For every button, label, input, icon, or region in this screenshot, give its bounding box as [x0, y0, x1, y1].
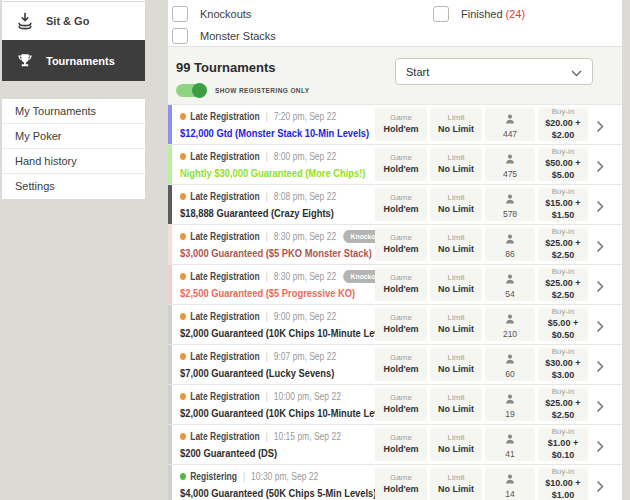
buyin-value-line2: $1.00 [552, 490, 575, 500]
limit-cell: Limit No Limit [430, 308, 482, 341]
game-cell: Game Hold'em [375, 388, 427, 421]
player-icon [505, 310, 515, 328]
tournament-row[interactable]: Late Registration | 8:30 pm, Sep 22 Knoc… [168, 225, 622, 265]
row-text: Late Registration | 8:30 pm, Sep 22 Knoc… [180, 230, 380, 259]
sidebar-item-sit-and-go[interactable]: Sit & Go [2, 2, 145, 40]
limit-cell: Limit No Limit [430, 188, 482, 221]
players-cell: 14 [485, 468, 535, 500]
limit-label: Limit [448, 354, 465, 363]
buyin-label: Buy-in [552, 148, 575, 157]
status-time: 10:15 pm, Sep 22 [274, 431, 341, 442]
limit-cell: Limit No Limit [430, 468, 482, 500]
buyin-value-line1: $25.00 + [545, 398, 580, 409]
row-text: Late Registration | 10:15 pm, Sep 22 $20… [180, 430, 380, 459]
sidebar-item-settings[interactable]: Settings [2, 174, 145, 199]
tournament-row[interactable]: Late Registration | 8:08 pm, Sep 22 $18,… [168, 185, 622, 225]
buyin-cell: Buy-in $1.00 + $0.10 [538, 428, 588, 461]
status-dot [180, 193, 186, 200]
status-label: Late Registration [190, 151, 259, 162]
row-accent-stripe [168, 425, 172, 464]
chevron-right-icon [596, 359, 604, 377]
buyin-value-line2: $1.50 [552, 210, 575, 221]
status-label: Registering [190, 471, 237, 482]
trophy-icon [15, 51, 35, 71]
player-icon [505, 430, 515, 448]
buyin-value-line2: $5.00 [552, 170, 575, 181]
players-cell: 447 [485, 108, 535, 141]
row-text: Registering | 10:30 pm, Sep 22 $4,000 Gu… [180, 470, 380, 499]
sidebar-item-tournaments[interactable]: Tournaments [2, 40, 145, 81]
row-text: Late Registration | 9:07 pm, Sep 22 $7,0… [180, 350, 380, 379]
row-text: Late Registration | 7:20 pm, Sep 22 $12,… [180, 110, 380, 139]
player-icon [505, 150, 515, 168]
row-text: Late Registration | 10:00 pm, Sep 22 $2,… [180, 390, 380, 419]
tournament-row[interactable]: Late Registration | 10:15 pm, Sep 22 $20… [168, 425, 622, 465]
tournament-row[interactable]: Late Registration | 8:30 pm, Sep 22 Knoc… [168, 265, 622, 305]
buyin-label: Buy-in [552, 348, 575, 357]
row-accent-stripe [168, 105, 172, 144]
tournament-row[interactable]: Late Registration | 9:00 pm, Sep 22 $2,0… [168, 305, 622, 345]
buyin-label: Buy-in [552, 108, 575, 117]
show-registering-toggle[interactable] [176, 84, 206, 97]
status-time: 8:30 pm, Sep 22 [274, 271, 336, 282]
filter-finished: Finished(24) [433, 6, 525, 22]
game-label: Game [390, 234, 412, 243]
tournament-list: Late Registration | 7:20 pm, Sep 22 $12,… [168, 105, 622, 500]
status-label: Late Registration [190, 391, 259, 402]
tournament-row[interactable]: Late Registration | 7:20 pm, Sep 22 $12,… [168, 105, 622, 145]
status-time: 9:07 pm, Sep 22 [274, 351, 336, 362]
buyin-value-line1: $10.00 + [545, 478, 580, 489]
limit-value: No Limit [438, 164, 474, 175]
sidebar-item-hand-history[interactable]: Hand history [2, 149, 145, 174]
sit-and-go-icon [15, 11, 35, 31]
tournament-row[interactable]: Late Registration | 8:00 pm, Sep 22 Nigh… [168, 145, 622, 185]
chevron-right-icon [596, 199, 604, 217]
status-dot [180, 393, 186, 400]
players-count: 60 [505, 369, 514, 379]
status-time-separator: | [241, 471, 247, 482]
row-accent-stripe [168, 465, 172, 500]
status-time: 9:00 pm, Sep 22 [274, 311, 336, 322]
tournament-row[interactable]: Registering | 10:30 pm, Sep 22 $4,000 Gu… [168, 465, 622, 500]
limit-value: No Limit [438, 364, 474, 375]
sort-dropdown-value: Start [406, 66, 571, 78]
status-dot [180, 273, 186, 280]
buyin-value-line1: $5.00 + [548, 318, 578, 329]
sidebar-item-my-tournaments[interactable]: My Tournaments [2, 99, 145, 124]
players-count: 447 [503, 129, 517, 139]
buyin-cell: Buy-in $25.00 + $2.50 [538, 228, 588, 261]
game-label: Game [390, 354, 412, 363]
finished-checkbox[interactable] [433, 6, 449, 22]
tournament-title: Nightly $30,000 Guaranteed (More Chips!) [180, 167, 380, 179]
tournament-row[interactable]: Late Registration | 9:07 pm, Sep 22 $7,0… [168, 345, 622, 385]
buyin-cell: Buy-in $25.00 + $2.50 [538, 268, 588, 301]
chevron-right-icon [596, 119, 604, 137]
game-cell: Game Hold'em [375, 348, 427, 381]
sidebar-item-my-poker[interactable]: My Poker [2, 124, 145, 149]
status-label: Late Registration [190, 271, 259, 282]
knockouts-checkbox[interactable] [172, 6, 188, 22]
status-time: 8:30 pm, Sep 22 [274, 231, 336, 242]
status-time-separator: | [264, 191, 270, 202]
show-registering-label: SHOW REGISTERING ONLY [215, 87, 309, 94]
limit-cell: Limit No Limit [430, 268, 482, 301]
player-icon [505, 390, 515, 408]
sidebar-item-label: Tournaments [46, 55, 115, 67]
limit-value: No Limit [438, 324, 474, 335]
limit-cell: Limit No Limit [430, 388, 482, 421]
buyin-label: Buy-in [552, 308, 575, 317]
tournament-title: $4,000 Guaranteed (50K Chips 5-Min Level… [180, 487, 380, 499]
players-count: 475 [503, 169, 517, 179]
players-count: 578 [503, 209, 517, 219]
game-value: Hold'em [383, 324, 418, 335]
game-cell: Game Hold'em [375, 108, 427, 141]
players-count: 14 [505, 489, 514, 499]
knockouts-label: Knockouts [200, 8, 251, 20]
game-cell: Game Hold'em [375, 468, 427, 500]
sort-dropdown[interactable]: Start [395, 58, 593, 85]
tournament-row[interactable]: Late Registration | 10:00 pm, Sep 22 $2,… [168, 385, 622, 425]
buyin-cell: Buy-in $30.00 + $3.00 [538, 348, 588, 381]
chevron-down-icon [571, 63, 582, 81]
limit-label: Limit [448, 234, 465, 243]
monster-stacks-checkbox[interactable] [172, 28, 188, 44]
